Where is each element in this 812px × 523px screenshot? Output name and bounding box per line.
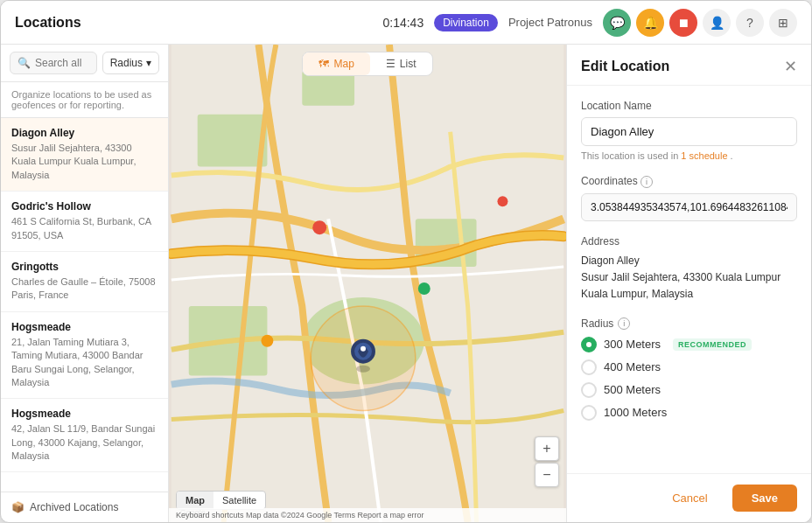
zoom-in-btn[interactable]: + [535, 436, 559, 461]
coordinates-info-icon: i [640, 176, 653, 188]
edit-panel-title: Edit Location [581, 59, 669, 74]
help-icon-btn[interactable]: ? [736, 9, 764, 37]
radio-500[interactable] [581, 382, 597, 398]
grid-icon-btn[interactable]: ⊞ [769, 9, 797, 37]
radius-500-label: 500 Meters [604, 383, 661, 396]
map-type-buttons: Map Satellite [176, 491, 266, 510]
map-attribution: Keyboard shortcuts Map data ©2024 Google… [176, 511, 424, 520]
radius-1000-label: 1000 Meters [604, 406, 667, 419]
address-line2: Susur Jalil Sejahtera, 43300 Kuala Lumpu… [581, 269, 797, 303]
location-name-label: Location Name [581, 100, 797, 112]
chevron-down-icon: ▾ [146, 57, 151, 69]
svg-point-15 [261, 335, 273, 347]
app-title: Locations [15, 15, 372, 31]
location-item-hogsmeade-1[interactable]: Hogsmeade 21, Jalan Taming Mutiara 3, Ta… [1, 312, 168, 400]
radio-1000[interactable] [581, 405, 597, 421]
radius-info-icon: i [618, 317, 630, 330]
map-toolbar: 🗺 Map ☰ List [169, 45, 566, 83]
location-address: 21, Jalan Taming Mutiara 3, Taming Mutia… [11, 336, 158, 390]
svg-rect-2 [198, 115, 268, 167]
search-input[interactable] [35, 57, 89, 69]
location-address: 461 S California St, Burbank, CA 91505, … [11, 215, 158, 242]
radio-400[interactable] [581, 359, 597, 375]
radius-option-1000[interactable]: 1000 Meters [581, 405, 797, 421]
location-list: Diagon Alley Susur Jalil Sejahtera, 4330… [1, 118, 168, 492]
location-item-hogsmeade-2[interactable]: Hogsmeade 42, Jalan SL 11/9, Bandar Sung… [1, 399, 168, 472]
location-name: Gringotts [11, 261, 158, 273]
location-name-input[interactable] [581, 117, 797, 146]
list-toggle-label: List [400, 58, 416, 70]
location-name-field-group: Location Name This location is used in 1… [581, 100, 797, 161]
location-address: Susur Jalil Sejahtera, 43300 Kuala Lumpu… [11, 142, 158, 182]
sidebar-description: Organize locations to be used as geofenc… [1, 82, 168, 118]
radius-option-400[interactable]: 400 Meters [581, 359, 797, 375]
address-text: Diagon Alley Susur Jalil Sejahtera, 4330… [581, 253, 797, 303]
radius-section-label: Radius i [581, 317, 797, 330]
radius-filter-btn[interactable]: Radius ▾ [102, 52, 159, 74]
top-bar: Locations 0:14:43 Divination Project Pat… [1, 1, 811, 45]
svg-point-8 [356, 366, 370, 373]
zoom-out-btn[interactable]: − [535, 463, 559, 487]
map-controls: + − [535, 436, 559, 487]
location-item-gringotts[interactable]: Gringotts Charles de Gaulle – Étoile, 75… [1, 252, 168, 312]
address-line1: Diagon Alley [581, 253, 797, 269]
edit-panel-body: Location Name This location is used in 1… [567, 86, 811, 473]
archived-label: Archived Locations [30, 501, 118, 513]
map-area[interactable]: 🗺 Map ☰ List [169, 45, 566, 522]
location-address: 42, Jalan SL 11/9, Bandar Sungai Long, 4… [11, 422, 158, 463]
coordinates-label: Coordinates i [581, 175, 797, 188]
location-name: Diagon Alley [11, 127, 158, 139]
edit-panel-header: Edit Location ✕ [567, 45, 811, 86]
map-type-map-btn[interactable]: Map [177, 492, 214, 509]
hint-end: . [728, 150, 733, 161]
location-address: Charles de Gaulle – Étoile, 75008 Paris,… [11, 275, 158, 303]
map-container: Google [169, 45, 566, 522]
radio-300[interactable] [581, 337, 597, 352]
bell-icon-btn[interactable]: 🔔 [636, 9, 664, 37]
radius-option-500[interactable]: 500 Meters [581, 382, 797, 398]
location-name: Hogsmeade [11, 408, 158, 420]
list-icon: ☰ [386, 58, 396, 70]
sidebar: 🔍 Radius ▾ Organize locations to be used… [1, 45, 169, 522]
hint-text: This location is used in [581, 150, 678, 161]
location-name: Godric's Hollow [11, 200, 158, 213]
edit-panel-footer: Cancel Save [567, 473, 811, 522]
svg-point-13 [418, 282, 430, 295]
edit-panel: Edit Location ✕ Location Name This locat… [566, 45, 811, 522]
radius-300-label: 300 Meters [604, 338, 661, 351]
location-item-diagon-alley[interactable]: Diagon Alley Susur Jalil Sejahtera, 4330… [1, 118, 168, 192]
search-input-wrap[interactable]: 🔍 [10, 52, 97, 74]
close-edit-panel-btn[interactable]: ✕ [784, 59, 797, 74]
search-icon: 🔍 [18, 57, 31, 69]
cancel-button[interactable]: Cancel [656, 485, 723, 512]
coordinates-input[interactable] [581, 193, 797, 221]
radius-options: 300 Meters RECOMMENDED 400 Meters 500 Me… [581, 337, 797, 421]
timer: 0:14:43 [382, 16, 424, 30]
top-icons: 💬 🔔 ⏹ 👤 ? ⊞ [603, 9, 797, 37]
svg-point-11 [360, 346, 366, 352]
coordinates-field-group: Coordinates i [581, 175, 797, 221]
main-content: 🔍 Radius ▾ Organize locations to be used… [1, 45, 811, 522]
sidebar-search-bar: 🔍 Radius ▾ [1, 45, 168, 82]
recommended-badge: RECOMMENDED [673, 338, 752, 351]
address-field-group: Address Diagon Alley Susur Jalil Sejahte… [581, 235, 797, 303]
radius-400-label: 400 Meters [604, 360, 661, 373]
map-bottom-bar: Keyboard shortcuts Map data ©2024 Google… [169, 508, 566, 522]
archived-locations-btn[interactable]: 📦 Archived Locations [1, 492, 168, 522]
record-icon-btn[interactable]: ⏹ [669, 9, 697, 37]
chat-icon-btn[interactable]: 💬 [603, 9, 631, 37]
location-name: Hogsmeade [11, 321, 158, 333]
user-icon-btn[interactable]: 👤 [703, 9, 731, 37]
location-item-godrics-hollow[interactable]: Godric's Hollow 461 S California St, Bur… [1, 192, 168, 252]
map-type-satellite-btn[interactable]: Satellite [214, 492, 265, 509]
svg-point-12 [312, 220, 326, 234]
radius-filter-label: Radius [110, 57, 143, 69]
project-name: Project Patronus [508, 16, 592, 29]
save-button[interactable]: Save [732, 485, 797, 512]
list-toggle-btn[interactable]: ☰ List [370, 52, 432, 75]
map-icon: 🗺 [318, 58, 329, 70]
schedule-link[interactable]: 1 schedule [681, 150, 727, 161]
radius-option-300[interactable]: 300 Meters RECOMMENDED [581, 337, 797, 352]
divination-badge: Divination [434, 14, 498, 31]
map-toggle-btn[interactable]: 🗺 Map [303, 52, 369, 75]
